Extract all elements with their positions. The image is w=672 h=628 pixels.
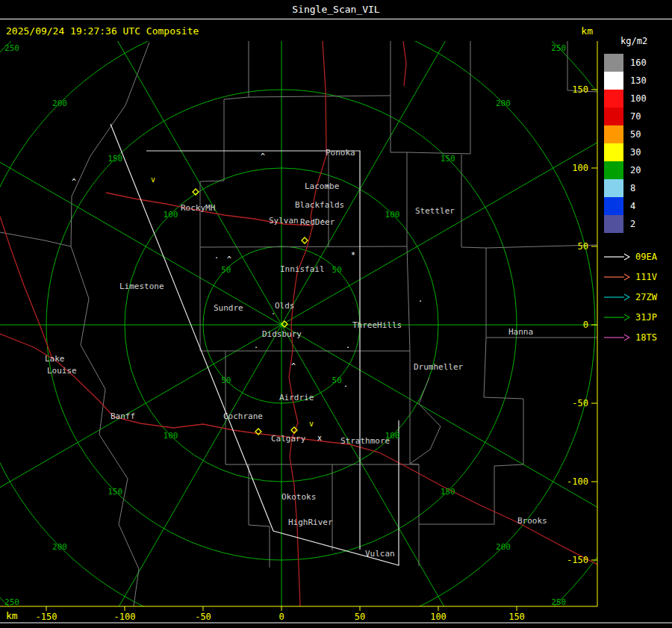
city-label: Sundre: [214, 303, 243, 313]
city-label: Banff: [111, 411, 135, 421]
legend-color-swatch: [604, 108, 623, 125]
y-axis-tick-label: 150: [572, 84, 588, 95]
legend-threshold-value: 2: [630, 219, 635, 229]
legend-color-swatch: [604, 161, 623, 179]
range-ring-label: 150: [108, 487, 122, 497]
legend-row: 4: [601, 197, 672, 215]
radar-site-row: 31JP: [601, 307, 672, 327]
town-marker: .: [271, 308, 276, 316]
range-ring-label: 50: [221, 376, 231, 385]
y-axis-tick-label: -50: [572, 398, 588, 408]
range-ring-label: 250: [4, 43, 19, 53]
town-marker: ^: [72, 178, 76, 186]
city-label: Lake: [45, 354, 65, 364]
city-label: Drumheller: [414, 362, 464, 372]
city-label: Strathmore: [340, 436, 390, 446]
bottom-axis-unit-label: km: [6, 610, 18, 621]
legend-row: 100: [601, 90, 672, 108]
radar-site-id: 31JP: [635, 312, 657, 323]
range-ring-label: 50: [221, 265, 231, 275]
legend-color-swatch: [604, 125, 623, 143]
x-axis-tick-label: -150: [36, 612, 57, 622]
range-radial-line: [0, 0, 281, 325]
range-ring-label: 200: [496, 542, 511, 552]
city-label: Blackfalds: [295, 200, 344, 210]
legend-threshold-value: 100: [630, 93, 647, 104]
radar-site-v-marker: v: [151, 175, 155, 184]
legend-rows: 16013010070503020842: [601, 54, 672, 233]
scan-timestamp: 2025/09/24 19:27:36 UTC Composite: [6, 25, 199, 37]
radar-site-row: 27ZW: [601, 287, 672, 307]
range-ring-label: 150: [108, 154, 122, 164]
city-label: ThreeHills: [352, 320, 402, 330]
range-ring-label: 100: [164, 210, 178, 220]
radar-site-diamond-marker: [302, 237, 308, 243]
legend-color-swatch: [604, 215, 623, 233]
legend-color-swatch: [604, 197, 623, 215]
range-ring-label: 200: [496, 99, 511, 108]
range-radial-line: [281, 325, 672, 628]
range-ring-label: 200: [52, 99, 67, 108]
x-axis-tick-label: -100: [114, 612, 136, 622]
town-marker: ^: [261, 152, 265, 161]
county-boundary-line: [200, 152, 224, 351]
legend-color-swatch: [604, 179, 623, 197]
range-ring-label: 50: [332, 265, 342, 275]
range-ring-label: 250: [551, 43, 566, 53]
radar-map: 5050505010010010010015015015015020020020…: [0, 0, 672, 628]
radar-site-id: 18TS: [635, 332, 657, 343]
city-label: Hanna: [508, 327, 533, 337]
legend-row: 2: [601, 215, 672, 233]
radar-site-row: 09EA: [601, 246, 672, 267]
x-axis-tick-label: -50: [195, 612, 211, 622]
city-label: HighRiver: [288, 517, 333, 527]
city-label: Stettler: [415, 206, 455, 216]
legend-row: 50: [601, 125, 672, 143]
legend-unit-label: kg/m2: [620, 36, 672, 46]
city-label: Innisfail: [280, 264, 325, 274]
legend-threshold-value: 4: [630, 201, 635, 211]
legend-row: 160: [601, 54, 672, 72]
legend-row: 130: [601, 72, 672, 90]
legend-row: 70: [601, 108, 672, 125]
radar-site-row: 111V: [601, 267, 672, 287]
range-ring-label: 250: [551, 597, 566, 607]
radar-site-id: 27ZW: [635, 292, 657, 302]
x-axis-tick-label: 0: [279, 612, 284, 622]
radar-site-list: 09EA111V27ZW31JP18TS: [601, 246, 672, 347]
y-axis-tick-label: -150: [567, 555, 588, 565]
range-radial-line: [0, 0, 281, 325]
county-boundary-line: [200, 246, 407, 247]
vil-color-legend: kg/m2 16013010070503020842 09EA111V27ZW3…: [601, 22, 672, 347]
city-label: Didsbury: [262, 329, 302, 339]
town-marker: ^: [291, 362, 296, 370]
range-radial-line: [0, 325, 281, 628]
legend-color-swatch: [604, 90, 623, 108]
city-label: Sylvan: [269, 216, 299, 226]
legend-threshold-value: 70: [630, 111, 641, 122]
city-label: RockyMH: [181, 203, 215, 213]
radar-site-row: 18TS: [601, 327, 672, 347]
legend-threshold-value: 8: [630, 183, 635, 193]
city-label: Cochrane: [223, 411, 263, 421]
y-axis-tick-label: 100: [572, 163, 588, 173]
x-axis-tick-label: 150: [508, 612, 525, 622]
scan-sector-outline: [146, 151, 360, 550]
legend-color-swatch: [604, 72, 623, 90]
city-label: Limestone: [119, 282, 164, 291]
county-boundary-line: [407, 246, 410, 351]
town-marker: .: [320, 214, 325, 223]
y-axis-tick-label: 0: [583, 320, 588, 330]
radar-arrow-icon: [603, 333, 630, 342]
highway-line: [0, 334, 597, 565]
county-boundary-line: [0, 232, 71, 246]
range-ring-label: 150: [441, 154, 455, 164]
range-ring-label: 250: [4, 597, 19, 607]
legend-color-swatch: [604, 143, 623, 161]
legend-threshold-value: 20: [630, 165, 641, 175]
city-label: Calgary: [271, 434, 306, 444]
county-boundary-line: [461, 155, 486, 338]
right-axis-unit-label: km: [566, 25, 593, 37]
range-ring-label: 200: [52, 542, 67, 552]
city-label: Airdrie: [279, 393, 314, 402]
